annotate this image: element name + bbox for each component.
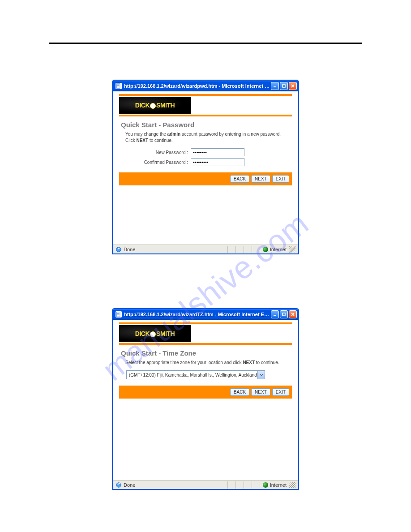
dicksmith-logo: DICKSMITH <box>119 325 191 342</box>
close-button[interactable] <box>289 310 297 318</box>
back-button[interactable]: BACK <box>230 388 249 396</box>
status-bar: Done Internet <box>113 480 298 489</box>
title-bar[interactable]: http://192.168.1.2/wizard/wizardTZ.htm -… <box>113 309 298 320</box>
svg-rect-6 <box>283 313 285 316</box>
confirm-password-input[interactable] <box>191 158 244 166</box>
dicksmith-logo: DICKSMITH <box>119 97 191 114</box>
new-password-label: New Password : <box>115 150 191 155</box>
title-bar[interactable]: http://192.168.1.2/wizard/wizardpwd.htm … <box>113 81 298 91</box>
logo-badge-icon <box>150 331 156 337</box>
status-zone-text: Internet <box>270 247 287 252</box>
button-bar: BACK NEXT EXIT <box>119 386 292 399</box>
timezone-value: (GMT+12:00) Fiji, Kamchatka, Marshall Is… <box>127 373 257 378</box>
ie-status-icon <box>116 246 122 253</box>
svg-point-7 <box>116 482 121 487</box>
svg-rect-2 <box>283 85 285 87</box>
page-heading: Quick Start - Password <box>121 121 290 129</box>
page-heading: Quick Start - Time Zone <box>121 349 290 357</box>
close-button[interactable] <box>289 82 297 90</box>
status-zone-text: Internet <box>270 482 287 488</box>
browser-window-timezone: http://192.168.1.2/wizard/wizardTZ.htm -… <box>112 308 299 490</box>
instruction-text: You may change the admin account passwor… <box>125 131 286 144</box>
ie-page-icon <box>116 311 122 317</box>
logo-text-right: SMITH <box>156 330 175 337</box>
logo-text-right: SMITH <box>156 102 175 109</box>
svg-point-3 <box>116 247 121 252</box>
instruction-text: Select the appropriate time zone for you… <box>125 360 286 366</box>
back-button[interactable]: BACK <box>230 175 249 183</box>
window-title: http://192.168.1.2/wizard/wizardpwd.htm … <box>124 83 271 89</box>
orange-divider <box>119 94 292 96</box>
logo-text-left: DICK <box>135 102 150 109</box>
browser-window-password: http://192.168.1.2/wizard/wizardpwd.htm … <box>112 80 299 254</box>
next-button[interactable]: NEXT <box>251 388 270 396</box>
globe-icon <box>263 482 268 488</box>
ie-status-icon <box>116 482 122 488</box>
minimize-button[interactable] <box>271 310 279 318</box>
window-title: http://192.168.1.2/wizard/wizardTZ.htm -… <box>124 312 271 317</box>
resize-grip-icon[interactable] <box>289 246 295 253</box>
minimize-button[interactable] <box>271 82 279 90</box>
orange-divider <box>119 115 292 116</box>
new-password-input[interactable] <box>191 148 244 156</box>
orange-divider <box>119 343 292 345</box>
timezone-select[interactable]: (GMT+12:00) Fiji, Kamchatka, Marshall Is… <box>126 370 265 379</box>
logo-badge-icon <box>150 103 156 109</box>
status-done-text: Done <box>124 247 135 252</box>
exit-button[interactable]: EXIT <box>272 175 289 183</box>
maximize-button[interactable] <box>280 82 288 90</box>
ie-page-icon <box>116 83 122 89</box>
button-bar: BACK NEXT EXIT <box>119 172 292 185</box>
status-done-text: Done <box>124 482 135 488</box>
status-bar: Done Internet <box>113 245 298 253</box>
dropdown-icon[interactable] <box>257 371 265 379</box>
orange-divider <box>119 322 292 324</box>
next-button[interactable]: NEXT <box>251 175 270 183</box>
exit-button[interactable]: EXIT <box>272 388 289 396</box>
maximize-button[interactable] <box>280 310 288 318</box>
globe-icon <box>263 247 268 252</box>
resize-grip-icon[interactable] <box>289 482 295 488</box>
divider-rule <box>49 43 362 44</box>
logo-text-left: DICK <box>135 330 150 337</box>
confirm-password-label: Confirmed Password : <box>115 160 191 165</box>
